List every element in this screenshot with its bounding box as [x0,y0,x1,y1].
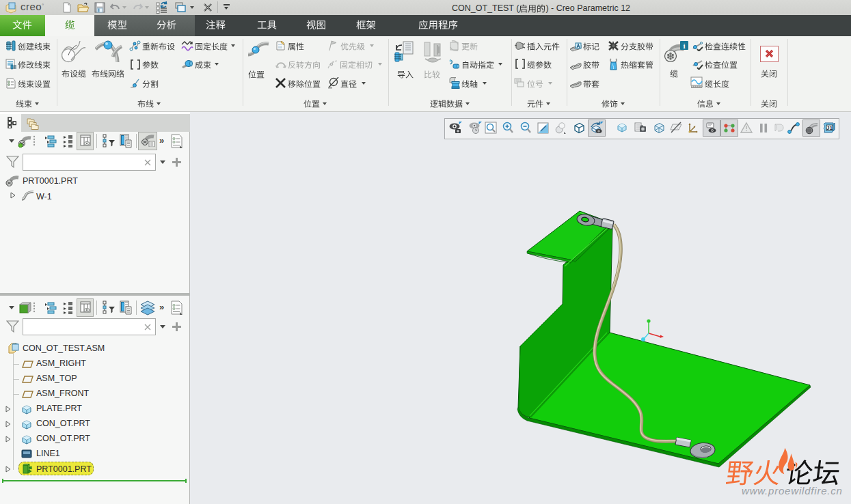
svg-text:i: i [683,42,685,50]
